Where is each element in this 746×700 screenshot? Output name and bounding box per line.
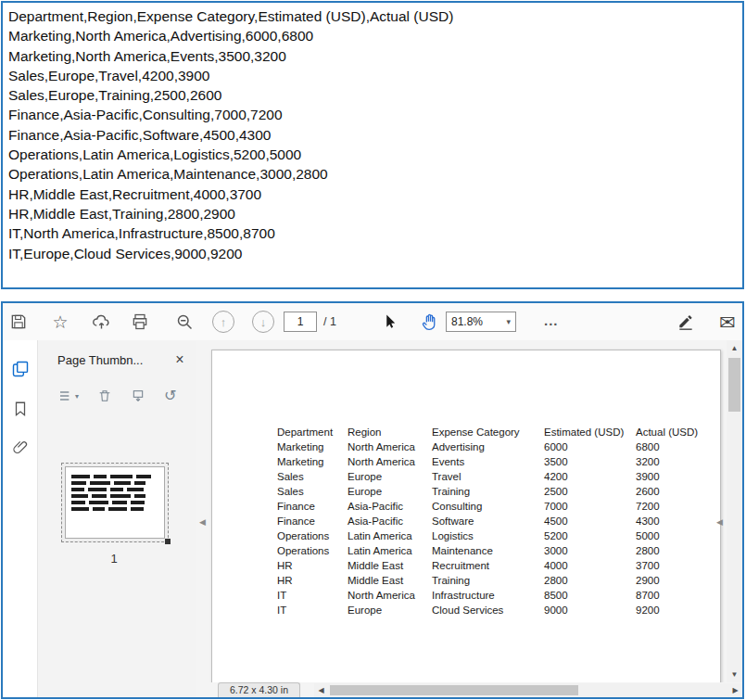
thumbnails-toolbar: ▾ ↺ [58, 388, 176, 403]
header-expense-category: Expense Category [432, 425, 544, 439]
thumbnail-page-number: 1 [61, 552, 167, 566]
chevron-down-icon: ▾ [75, 392, 79, 401]
collapse-left-pane-icon[interactable]: ◀ [199, 518, 206, 527]
table-row: HR Middle East Training 2800 2900 [277, 573, 710, 588]
cell-expense-category: Training [432, 573, 544, 588]
cell-actual: 7200 [636, 499, 710, 514]
table-row: Sales Europe Travel 4200 3900 [277, 469, 710, 484]
csv-line: Sales,Europe,Training,2500,2600 [8, 85, 737, 105]
cell-estimated: 5200 [544, 528, 636, 543]
cell-estimated: 4500 [544, 514, 636, 528]
zoom-out-icon[interactable] [172, 310, 196, 334]
vertical-scrollbar[interactable]: ▲ ▼ [727, 340, 742, 682]
rotate-pages-icon[interactable]: ↺ [164, 388, 176, 403]
extract-pages-icon[interactable] [131, 388, 145, 403]
page-thumbnail[interactable] [61, 463, 169, 542]
vertical-scrollbar-thumb[interactable] [728, 358, 740, 412]
table-row: Marketing North America Advertising 6000… [277, 439, 710, 454]
cloud-upload-icon[interactable] [89, 310, 113, 334]
cell-estimated: 2800 [544, 573, 636, 588]
select-tool-icon[interactable] [378, 310, 402, 334]
pdf-page: Department Region Expense Category Estim… [211, 350, 721, 682]
table-row: Operations Latin America Logistics 5200 … [277, 528, 710, 543]
horizontal-scrollbar[interactable]: ◀ ▶ [314, 683, 742, 697]
page-count-label: / 1 [323, 315, 336, 328]
bookmarks-icon[interactable] [8, 397, 32, 421]
cell-expense-category: Events [432, 454, 544, 469]
cell-expense-category: Advertising [432, 439, 544, 454]
cell-region: North America [348, 439, 432, 454]
table-row: Operations Latin America Maintenance 300… [277, 543, 710, 558]
cell-actual: 3900 [636, 469, 710, 484]
table-row: Sales Europe Training 2500 2600 [277, 484, 710, 499]
thumbnail-preview [65, 466, 165, 539]
scroll-down-icon[interactable]: ▼ [727, 667, 742, 682]
delete-pages-icon[interactable] [97, 388, 112, 403]
csv-line: Marketing,North America,Events,3500,3200 [8, 46, 737, 66]
cell-expense-category: Logistics [432, 528, 544, 543]
scroll-up-icon[interactable]: ▲ [727, 340, 742, 356]
csv-line: Operations,Latin America,Maintenance,300… [8, 164, 737, 184]
star-glyph: ☆ [52, 313, 68, 331]
document-table: Department Region Expense Category Estim… [277, 425, 710, 617]
collapse-right-pane-icon[interactable]: ◀ [716, 518, 723, 527]
cell-actual: 8700 [636, 588, 710, 603]
cell-expense-category: Travel [432, 469, 544, 484]
fill-sign-pen-icon[interactable] [674, 310, 698, 334]
cell-estimated: 4200 [544, 469, 636, 484]
attachments-icon[interactable] [8, 435, 32, 459]
scroll-right-icon[interactable]: ▶ [728, 683, 742, 697]
csv-line: Finance,Asia-Pacific,Consulting,7000,720… [8, 105, 737, 124]
save-icon[interactable] [6, 310, 31, 334]
thumbnail-options-icon[interactable]: ▾ [58, 388, 79, 403]
cell-estimated: 8500 [544, 588, 636, 603]
cell-actual: 4300 [636, 514, 710, 528]
page-thumbnails-icon[interactable] [8, 357, 32, 381]
page-thumbnails-panel: Page Thumbn... × ▾ [38, 340, 196, 697]
down-arrow-glyph: ↓ [260, 316, 267, 328]
email-icon[interactable]: ✉ [715, 310, 740, 334]
cell-department: Finance [277, 514, 348, 528]
left-icon-strip [3, 340, 38, 697]
cell-actual: 9200 [636, 603, 710, 617]
more-tools-icon[interactable]: ... [544, 312, 559, 328]
cell-actual: 2900 [636, 573, 710, 588]
pdf-toolbar: ☆ ↑ [3, 303, 742, 341]
cell-department: Marketing [277, 454, 348, 469]
star-icon[interactable]: ☆ [48, 310, 72, 334]
table-row: Marketing North America Events 3500 3200 [277, 454, 710, 469]
csv-line: HR,Middle East,Training,2800,2900 [8, 204, 737, 223]
cell-department: Operations [277, 543, 348, 558]
cell-region: Asia-Pacific [348, 514, 432, 528]
zoom-level-dropdown[interactable]: 81.8% ▾ [446, 312, 516, 332]
cell-department: IT [277, 603, 348, 617]
page-number-box [284, 312, 317, 332]
previous-page-icon[interactable]: ↑ [211, 310, 235, 334]
csv-line: Marketing,North America,Advertising,6000… [8, 26, 737, 45]
cell-actual: 3200 [636, 454, 710, 469]
close-icon[interactable]: × [171, 351, 188, 368]
horizontal-scrollbar-thumb[interactable] [330, 685, 578, 695]
cell-region: North America [348, 454, 432, 469]
status-bar: 6.72 x 4.30 in ◀ ▶ [196, 682, 742, 697]
csv-line: IT,North America,Infrastructure,8500,870… [8, 223, 737, 243]
cell-expense-category: Recruitment [432, 558, 544, 573]
page-number-input[interactable] [284, 312, 317, 332]
cell-region: Europe [348, 469, 432, 484]
csv-editor-panel[interactable]: Department,Region,Expense Category,Estim… [1, 1, 744, 289]
document-viewer[interactable]: Department Region Expense Category Estim… [196, 340, 727, 682]
csv-line: Finance,Asia-Pacific,Software,4500,4300 [8, 125, 737, 145]
cell-estimated: 9000 [544, 603, 636, 617]
scroll-left-icon[interactable]: ◀ [314, 683, 328, 697]
print-icon[interactable] [128, 310, 152, 334]
cell-region: Middle East [348, 573, 432, 588]
cell-department: Finance [277, 499, 348, 514]
next-page-icon[interactable]: ↓ [251, 310, 275, 334]
cell-actual: 2600 [636, 484, 710, 499]
csv-line: Sales,Europe,Travel,4200,3900 [8, 66, 737, 85]
header-region: Region [348, 425, 432, 439]
hand-tool-icon[interactable] [417, 310, 441, 334]
table-row: Finance Asia-Pacific Software 4500 4300 [277, 514, 710, 528]
csv-line: HR,Middle East,Recruitment,4000,3700 [8, 185, 737, 204]
pdf-viewer-panel: ☆ ↑ [1, 301, 744, 699]
